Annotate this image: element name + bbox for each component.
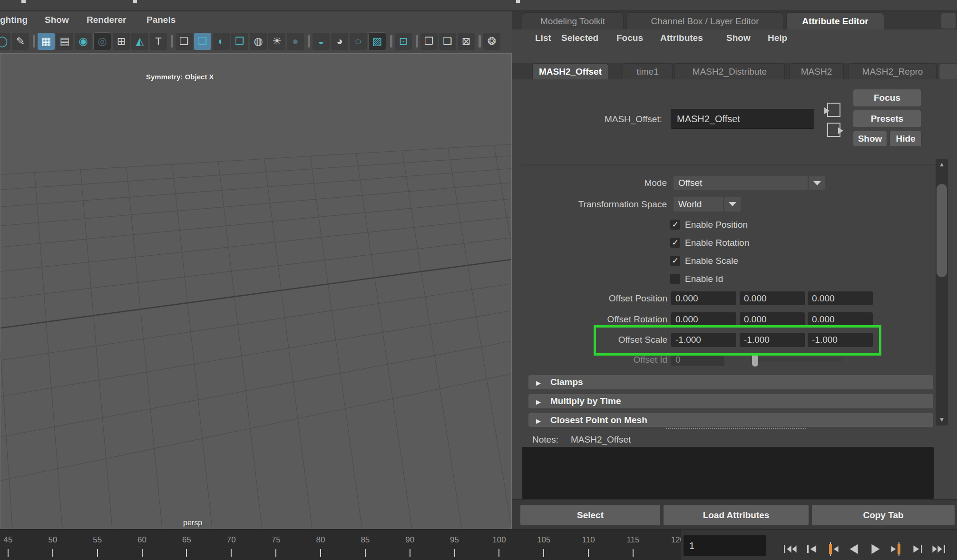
use-default-material-icon[interactable]: ◍ (250, 33, 267, 50)
maya-window: ghting Show Renderer Panels ◯✎▦▤◉◎⊞◭T❏❑◐… (0, 0, 957, 560)
checked-checkbox[interactable]: ✓ (670, 256, 680, 266)
isolate-select-icon[interactable]: ⊡ (395, 33, 412, 50)
field-chart-icon[interactable]: ⊞ (113, 33, 130, 50)
go-to-start-button[interactable] (781, 541, 802, 557)
safe-action-icon[interactable]: ◭ (131, 33, 148, 50)
offset-position-y-field[interactable]: 0.000 (740, 291, 805, 305)
wireframe-on-shaded-icon[interactable]: ◐ (213, 33, 230, 50)
step-forward-key-button[interactable] (886, 541, 907, 557)
scroll-down-icon[interactable]: ▼ (936, 416, 948, 423)
presets-button[interactable]: Presets (853, 110, 921, 128)
node-tab-mash2-offset[interactable]: MASH2_Offset (532, 63, 608, 79)
resolution-gate-icon[interactable]: ◉ (75, 33, 92, 50)
copy-tab-button[interactable]: Copy Tab (811, 504, 955, 526)
panel-layout-single-icon[interactable]: ❐ (420, 33, 438, 50)
pencil-tool-icon[interactable]: ✎ (12, 33, 29, 50)
input-connection-icon[interactable] (827, 103, 840, 117)
current-frame-field[interactable]: 1 (684, 535, 766, 556)
step-back-key-button[interactable] (823, 541, 844, 557)
load-attributes-button[interactable]: Load Attributes (663, 504, 809, 526)
offset-rotation-y-field[interactable]: 0.000 (740, 312, 805, 326)
tabbar-overflow-button[interactable] (941, 13, 956, 29)
focus-button[interactable]: Focus (853, 89, 921, 107)
occlusion-icon[interactable]: ◕ (331, 33, 348, 50)
transformation-space-dropdown-button[interactable] (724, 197, 741, 212)
timeline-ruler[interactable]: 4550556065707580859095100105110115120 (0, 530, 681, 560)
unchecked-checkbox[interactable] (670, 274, 680, 284)
node-tab-scroll-button[interactable] (939, 64, 957, 79)
tab-attribute-editor[interactable]: Attribute Editor (786, 12, 884, 29)
motion-blur-icon[interactable]: ◌ (350, 33, 367, 50)
lighting-mode-icon[interactable]: ☀ (268, 33, 285, 50)
transformation-space-label: Transformation Space (512, 197, 667, 212)
offset-position-x-field[interactable]: 0.000 (671, 291, 736, 305)
menu-list[interactable]: List (535, 33, 551, 43)
menu-attributes[interactable]: Attributes (660, 33, 703, 43)
node-tab-mash2[interactable]: MASH2 (789, 63, 844, 79)
image-editor-icon[interactable]: ⊠ (458, 33, 475, 50)
viewport-canvas[interactable]: Symmetry: Object X persp (0, 53, 512, 529)
section-closest-point-on-mesh[interactable]: ▶Closest Point on Mesh (528, 413, 933, 427)
hide-button[interactable]: Hide (889, 131, 922, 147)
lasso-camera-icon[interactable]: ◯ (0, 33, 10, 50)
frame-tick-label: 85 (356, 535, 375, 545)
multisample-icon[interactable]: ▨ (368, 32, 386, 50)
checked-checkbox[interactable]: ✓ (670, 220, 680, 230)
notes-textarea[interactable] (522, 447, 934, 499)
step-back-frame-button[interactable] (802, 541, 823, 557)
transformation-space-dropdown[interactable]: World (674, 197, 723, 212)
select-button[interactable]: Select (520, 504, 661, 526)
output-connection-icon[interactable] (827, 123, 840, 137)
panel-layout-nested-icon[interactable]: ❏ (439, 33, 456, 50)
scroll-up-icon[interactable]: ▲ (936, 161, 948, 168)
node-tab-mash2-repro[interactable]: MASH2_Repro (849, 63, 937, 79)
show-button[interactable]: Show (853, 131, 887, 147)
wireframe-mode-icon[interactable]: ❏ (176, 33, 193, 50)
safe-title-icon[interactable]: T (150, 33, 167, 50)
camera-name-label: persp (183, 519, 202, 527)
notes-splitter-handle[interactable] (666, 428, 806, 429)
offset-scale-z-field[interactable]: -1.000 (808, 333, 873, 347)
checkbox-label: Enable Id (685, 274, 723, 284)
film-gate-icon[interactable]: ▤ (56, 33, 73, 50)
gate-mask-icon[interactable]: ◎ (93, 32, 111, 50)
menu-selected[interactable]: Selected (561, 33, 598, 43)
play-forwards-button[interactable] (865, 541, 886, 557)
tab-channel-box-layer-editor[interactable]: Channel Box / Layer Editor (626, 12, 783, 29)
menu-focus[interactable]: Focus (616, 33, 643, 43)
menu-lighting-partial[interactable]: ghting (0, 15, 28, 25)
textured-display-icon[interactable]: ◒ (312, 33, 330, 50)
node-tab-mash2-distribute[interactable]: MASH2_Distribute (674, 63, 785, 79)
offset-scale-x-field[interactable]: -1.000 (671, 333, 736, 347)
menu-help[interactable]: Help (768, 33, 787, 43)
mode-dropdown-button[interactable] (809, 176, 825, 190)
offset-scale-y-field[interactable]: -1.000 (740, 333, 805, 347)
shaded-mode-icon[interactable]: ❑ (194, 33, 211, 50)
frame-tick-mark (365, 549, 366, 557)
frame-tick-label: 80 (311, 535, 330, 545)
go-to-end-button[interactable] (928, 541, 948, 557)
grid-toggle-icon[interactable]: ▦ (38, 33, 55, 50)
menu-show[interactable]: Show (45, 15, 69, 25)
node-name-field[interactable]: MASH2_Offset (671, 109, 814, 129)
snapshot-aperture-icon[interactable]: ❂ (483, 33, 500, 50)
menu-panels[interactable]: Panels (146, 15, 176, 25)
menu-renderer[interactable]: Renderer (87, 15, 126, 25)
symmetry-overlay-label: Symmetry: Object X (146, 73, 214, 81)
section-clamps[interactable]: ▶Clamps (528, 375, 933, 389)
offset-position-z-field[interactable]: 0.000 (808, 291, 873, 305)
mode-dropdown[interactable]: Offset (674, 176, 808, 190)
tab-modeling-toolkit[interactable]: Modeling Toolkit (522, 12, 624, 29)
offset-rotation-x-field[interactable]: 0.000 (671, 312, 736, 326)
section-multiply-by-time[interactable]: ▶Multiply by Time (528, 394, 933, 408)
textured-mode-icon[interactable]: ❒ (231, 33, 248, 50)
play-backwards-button[interactable] (844, 541, 865, 557)
scrollbar-thumb[interactable] (937, 184, 947, 277)
node-tab-time1[interactable]: time1 (623, 63, 673, 79)
step-forward-frame-button[interactable] (907, 541, 928, 557)
shadows-toggle-icon[interactable]: ● (287, 33, 304, 50)
checked-checkbox[interactable]: ✓ (670, 238, 680, 248)
lasso-camera-icon-glyph: ◯ (0, 35, 8, 48)
menu-show-ae[interactable]: Show (726, 33, 751, 43)
offset-rotation-z-field[interactable]: 0.000 (808, 312, 873, 326)
